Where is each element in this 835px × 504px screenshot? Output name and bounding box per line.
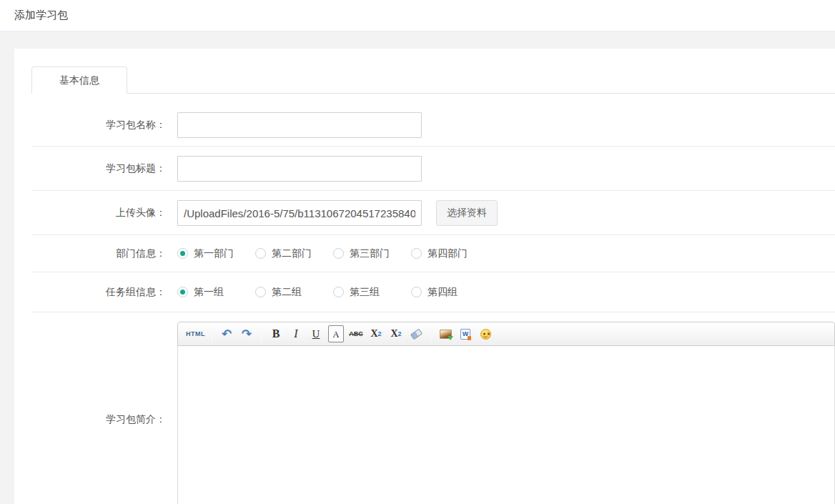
form-row-department: 部门信息： 第一部门第二部门第三部门第四部门 bbox=[31, 235, 835, 272]
form-row-task-group: 任务组信息： 第一组第二组第三组第四组 bbox=[31, 272, 835, 312]
radio-selected-icon[interactable] bbox=[177, 287, 188, 297]
underline-icon[interactable]: U bbox=[308, 325, 324, 342]
intro-label: 学习包简介： bbox=[31, 413, 166, 426]
tab-basic-info[interactable]: 基本信息 bbox=[31, 66, 127, 94]
font-color-icon[interactable]: A bbox=[328, 325, 344, 342]
package-name-label: 学习包名称： bbox=[31, 119, 166, 132]
toolbar-separator bbox=[261, 326, 262, 342]
remove-format-icon[interactable] bbox=[408, 325, 424, 342]
form-row-package-name: 学习包名称： bbox=[31, 94, 835, 147]
toolbar-separator bbox=[430, 326, 431, 342]
emoticon-icon[interactable] bbox=[478, 325, 493, 342]
avatar-path-input[interactable] bbox=[177, 200, 422, 226]
radio-option[interactable]: 第三组 bbox=[333, 286, 411, 299]
radio-label: 第一组 bbox=[194, 286, 224, 299]
radio-option[interactable]: 第三部门 bbox=[333, 247, 411, 260]
department-label: 部门信息： bbox=[31, 247, 166, 260]
radio-unselected-icon[interactable] bbox=[333, 287, 344, 297]
task-group-radio-group: 第一组第二组第三组第四组 bbox=[177, 286, 489, 299]
radio-unselected-icon[interactable] bbox=[411, 287, 422, 297]
form-row-package-title: 学习包标题： bbox=[31, 147, 835, 191]
redo-icon[interactable]: ↷ bbox=[239, 325, 255, 342]
form-row-intro: 学习包简介： HTML↶↷BIUAABCX2X2W bbox=[31, 312, 835, 504]
radio-option[interactable]: 第一部门 bbox=[177, 247, 255, 260]
radio-unselected-icon[interactable] bbox=[333, 248, 344, 259]
paste-from-word-icon[interactable]: W bbox=[458, 325, 473, 342]
italic-icon[interactable]: I bbox=[288, 325, 304, 342]
radio-unselected-icon[interactable] bbox=[255, 248, 266, 259]
radio-unselected-icon[interactable] bbox=[255, 287, 266, 297]
page-title: 添加学习包 bbox=[14, 9, 68, 22]
radio-label: 第一部门 bbox=[194, 247, 234, 260]
radio-option[interactable]: 第一组 bbox=[177, 286, 255, 299]
department-radio-group: 第一部门第二部门第三部门第四部门 bbox=[177, 247, 489, 260]
package-title-input[interactable] bbox=[177, 156, 422, 182]
tab-bar: 基本信息 bbox=[31, 66, 835, 94]
radio-option[interactable]: 第四组 bbox=[411, 286, 489, 299]
html-source-icon[interactable]: HTML bbox=[186, 325, 205, 342]
strikethrough-icon[interactable]: ABC bbox=[348, 325, 364, 342]
radio-label: 第三组 bbox=[350, 286, 380, 299]
radio-option[interactable]: 第二部门 bbox=[255, 247, 333, 260]
radio-label: 第四部门 bbox=[428, 247, 468, 260]
form-row-avatar: 上传头像： 选择资料 bbox=[31, 191, 835, 235]
avatar-label: 上传头像： bbox=[31, 207, 166, 219]
radio-label: 第三部门 bbox=[350, 247, 390, 260]
subscript-icon[interactable]: X2 bbox=[388, 325, 404, 342]
superscript-icon[interactable]: X2 bbox=[368, 325, 384, 342]
basic-info-form: 学习包名称： 学习包标题： 上传头像： 选择资料 部门信息： 第一部门第二部门第… bbox=[14, 94, 835, 504]
package-title-label: 学习包标题： bbox=[31, 162, 166, 175]
radio-label: 第四组 bbox=[428, 286, 458, 299]
undo-icon[interactable]: ↶ bbox=[219, 325, 234, 342]
radio-label: 第二组 bbox=[272, 286, 302, 299]
insert-image-icon[interactable] bbox=[438, 325, 453, 342]
task-group-label: 任务组信息： bbox=[31, 286, 166, 299]
bold-icon[interactable]: B bbox=[268, 325, 284, 342]
radio-unselected-icon[interactable] bbox=[411, 248, 422, 259]
page-header: 添加学习包 bbox=[0, 0, 835, 31]
editor-content-area[interactable] bbox=[177, 346, 835, 504]
radio-option[interactable]: 第二组 bbox=[255, 286, 333, 299]
toolbar-separator bbox=[212, 326, 212, 342]
editor-toolbar: HTML↶↷BIUAABCX2X2W bbox=[177, 322, 835, 346]
package-name-input[interactable] bbox=[177, 112, 422, 138]
radio-label: 第二部门 bbox=[272, 247, 312, 260]
rich-text-editor: HTML↶↷BIUAABCX2X2W bbox=[177, 322, 835, 504]
select-material-button[interactable]: 选择资料 bbox=[436, 200, 498, 226]
radio-option[interactable]: 第四部门 bbox=[411, 247, 489, 260]
radio-selected-icon[interactable] bbox=[177, 248, 188, 259]
content-card: 基本信息 学习包名称： 学习包标题： 上传头像： 选择资料 部门信息： 第一部门… bbox=[14, 49, 835, 504]
